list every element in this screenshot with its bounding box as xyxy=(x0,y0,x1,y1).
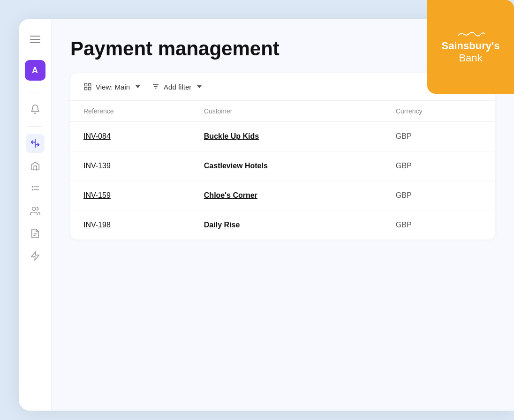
svg-point-3 xyxy=(31,186,33,188)
table-row: INV-084 Buckle Up Kids GBP xyxy=(70,122,495,151)
customer-link[interactable]: Chloe's Corner xyxy=(204,191,257,199)
cell-currency: GBP xyxy=(383,122,495,151)
customer-link[interactable]: Castleview Hotels xyxy=(204,162,268,170)
svg-marker-10 xyxy=(31,252,39,260)
filter-label: Add filter xyxy=(164,83,191,91)
cell-customer: Daily Rise xyxy=(191,210,383,240)
cell-reference: INV-084 xyxy=(70,122,191,151)
reference-link[interactable]: INV-198 xyxy=(83,221,111,229)
sidebar-item-list[interactable] xyxy=(26,179,45,198)
sidebar-item-home[interactable] xyxy=(26,157,45,175)
view-label: View: Main xyxy=(96,83,130,91)
filter-chevron-icon xyxy=(197,85,202,88)
logo-line2: Bank xyxy=(459,52,482,64)
cell-customer: Chloe's Corner xyxy=(191,181,383,210)
svg-point-5 xyxy=(31,189,33,191)
add-filter-button[interactable]: Add filter xyxy=(151,82,202,91)
cell-reference: INV-198 xyxy=(70,210,191,240)
cell-currency: GBP xyxy=(383,181,495,210)
sidebar-divider-mid xyxy=(28,126,43,127)
view-chevron-icon xyxy=(136,85,140,88)
table-header-row: Reference Customer Currency xyxy=(70,101,495,122)
sidebar-item-filter[interactable] xyxy=(26,134,45,153)
cell-customer: Buckle Up Kids xyxy=(191,122,383,151)
sidebar-item-team[interactable] xyxy=(26,202,45,220)
col-header-currency: Currency xyxy=(383,101,495,122)
sainsburys-bank-logo: Sainsbury's Bank xyxy=(427,0,514,94)
table-area: View: Main Add filter Ref xyxy=(70,73,495,240)
reference-link[interactable]: INV-084 xyxy=(83,132,111,140)
customer-link[interactable]: Buckle Up Kids xyxy=(204,132,259,140)
table-icon xyxy=(83,82,92,91)
avatar[interactable]: A xyxy=(25,60,45,81)
customer-link[interactable]: Daily Rise xyxy=(204,221,240,229)
svg-rect-12 xyxy=(89,83,91,86)
col-header-reference: Reference xyxy=(70,101,191,122)
svg-point-7 xyxy=(32,207,35,210)
table-row: INV-159 Chloe's Corner GBP xyxy=(70,181,495,210)
sidebar-item-notifications[interactable] xyxy=(26,100,45,119)
reference-link[interactable]: INV-159 xyxy=(83,191,111,199)
svg-rect-14 xyxy=(89,88,91,90)
table-row: INV-198 Daily Rise GBP xyxy=(70,210,495,240)
cell-currency: GBP xyxy=(383,151,495,181)
cell-customer: Castleview Hotels xyxy=(191,151,383,181)
data-table: Reference Customer Currency INV-084 Buck… xyxy=(70,101,495,240)
svg-rect-11 xyxy=(84,83,87,86)
sidebar: A xyxy=(19,19,52,411)
cell-currency: GBP xyxy=(383,210,495,240)
reference-link[interactable]: INV-139 xyxy=(83,162,111,170)
sidebar-divider-top xyxy=(28,92,43,92)
filter-icon xyxy=(151,82,160,91)
sidebar-item-lightning[interactable] xyxy=(26,247,45,265)
svg-rect-13 xyxy=(84,88,87,90)
table-row: INV-139 Castleview Hotels GBP xyxy=(70,151,495,181)
cell-reference: INV-139 xyxy=(70,151,191,181)
col-header-customer: Customer xyxy=(191,101,383,122)
view-selector[interactable]: View: Main xyxy=(83,82,140,91)
hamburger-menu[interactable] xyxy=(26,30,45,49)
cell-reference: INV-159 xyxy=(70,181,191,210)
logo-line1: Sainsbury's xyxy=(442,40,500,52)
sidebar-item-document[interactable] xyxy=(26,224,45,243)
